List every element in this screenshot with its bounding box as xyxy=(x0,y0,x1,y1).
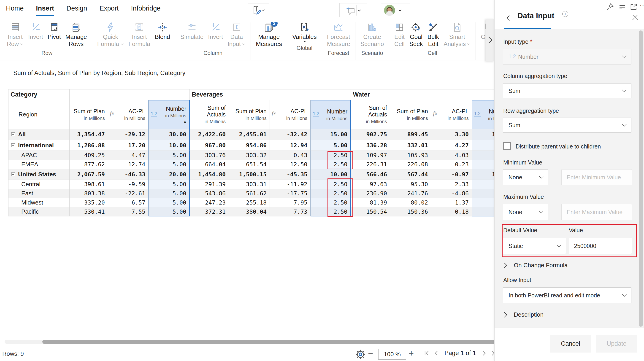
table-cell[interactable]: 2.50 xyxy=(310,198,351,207)
table-cell[interactable]: 877.62 xyxy=(70,160,108,169)
ribbon-edit-cell-button[interactable]: EditCell xyxy=(392,22,407,47)
close-icon[interactable] xyxy=(632,14,639,22)
table-cell[interactable]: 2,067.59 xyxy=(70,169,108,180)
table-cell[interactable]: 150.36 xyxy=(390,207,431,216)
table-cell[interactable]: 372.31 xyxy=(190,207,229,216)
table-cell[interactable]: 226.31 xyxy=(351,160,390,169)
table-cell[interactable]: 12.94 xyxy=(270,140,310,151)
table-cell[interactable]: 1,500.15 xyxy=(229,169,270,180)
table-cell[interactable]: 566.46 xyxy=(351,169,390,180)
table-cell[interactable]: 2.50 xyxy=(310,160,351,169)
row-header-all[interactable]: All xyxy=(8,129,70,140)
table-cell[interactable]: 5.00 xyxy=(148,198,190,207)
row-header-apac[interactable]: APAC xyxy=(8,151,70,160)
ribbon-goal-seek-button[interactable]: GoalSeek xyxy=(407,22,425,47)
table-cell[interactable]: 2,455.01 xyxy=(229,129,270,140)
table-cell[interactable]: -32.42 xyxy=(270,129,310,140)
table-cell[interactable]: 303.32 xyxy=(229,151,270,160)
ribbon-data-input-button[interactable]: DataInput xyxy=(225,22,248,47)
table-cell[interactable]: 17.20 xyxy=(108,140,148,151)
table-cell[interactable]: 5.00 xyxy=(148,180,190,189)
table-cell[interactable]: -6.57 xyxy=(108,198,148,207)
maximum-mode-select[interactable]: None xyxy=(503,204,548,220)
back-icon[interactable] xyxy=(505,14,512,23)
table-cell[interactable]: 109.97 xyxy=(351,151,390,160)
tab-infobridge[interactable]: Infobridge xyxy=(131,4,160,16)
table-cell[interactable]: 651.54 xyxy=(229,160,270,169)
first-page-button[interactable] xyxy=(424,350,430,356)
table-cell[interactable]: 4.47 xyxy=(108,151,148,160)
table-cell[interactable]: 15.00 xyxy=(472,129,494,140)
minimum-value-input[interactable] xyxy=(562,169,632,185)
table-cell[interactable]: -9.59 xyxy=(108,180,148,189)
table-cell[interactable]: 2.50 xyxy=(472,189,494,198)
table-cell[interactable]: 150.54 xyxy=(351,207,390,216)
table-cell[interactable]: 105.93 xyxy=(390,151,431,160)
group-header-blank[interactable] xyxy=(70,89,190,100)
ribbon-bulk-edit-button[interactable]: BulkEdit xyxy=(425,22,442,47)
table-cell[interactable]: 2.50 xyxy=(310,151,351,160)
table-cell[interactable]: 30.00 xyxy=(148,129,190,140)
column-header-ac-pl[interactable]: fxAC-PLin Millions xyxy=(108,100,148,129)
column-header-number[interactable]: 1.2Numberin Millions xyxy=(472,100,494,129)
table-cell[interactable]: 81.39 xyxy=(351,198,390,207)
table-cell[interactable]: 336.28 xyxy=(351,140,390,151)
ribbon-insert-row-button[interactable]: InsertRow xyxy=(4,22,26,47)
default-mode-select[interactable]: Static xyxy=(503,238,566,254)
table-cell[interactable]: -11.92 xyxy=(270,180,310,189)
tab-home[interactable]: Home xyxy=(6,4,24,16)
settings-gear-icon[interactable] xyxy=(355,349,366,360)
region-header-cell[interactable]: Region xyxy=(8,100,70,129)
row-header-east[interactable]: East xyxy=(8,189,70,198)
table-cell[interactable]: 10.00 xyxy=(148,140,190,151)
allow-input-select[interactable]: In both PowerBI read and edit mode xyxy=(503,287,632,303)
tab-design[interactable]: Design xyxy=(66,4,87,16)
table-cell[interactable]: 1,454.80 xyxy=(190,169,229,180)
table-cell[interactable]: 291.39 xyxy=(190,180,229,189)
ribbon-group-button[interactable]: Group xyxy=(478,22,486,42)
table-cell[interactable]: 97.63 xyxy=(351,180,390,189)
row-aggregation-select[interactable]: Sum xyxy=(503,118,632,133)
table-cell[interactable]: 899.45 xyxy=(390,129,431,140)
ribbon-smart-analysis-button[interactable]: SmartAnalysis xyxy=(441,22,473,47)
zoom-level[interactable]: 100 % xyxy=(378,349,406,360)
table-cell[interactable]: 1.37 xyxy=(431,198,472,207)
table-cell[interactable]: 12.50 xyxy=(270,160,310,169)
last-page-button[interactable] xyxy=(491,350,494,356)
table-cell[interactable]: 380.04 xyxy=(229,207,270,216)
ribbon-blend-button[interactable]: Blend xyxy=(153,22,172,40)
next-page-button[interactable] xyxy=(481,350,487,356)
panel-scrollbar[interactable] xyxy=(639,30,643,327)
table-cell[interactable]: -7.95 xyxy=(270,198,310,207)
collapse-icon[interactable] xyxy=(11,132,15,136)
ribbon-simulate-button[interactable]: Simulate xyxy=(178,22,206,40)
table-cell[interactable]: 2.50 xyxy=(472,198,494,207)
table-cell[interactable]: 5.00 xyxy=(148,151,190,160)
visual-edit-button[interactable] xyxy=(248,3,269,17)
table-cell[interactable]: 0.23 xyxy=(431,160,472,169)
tab-export[interactable]: Export xyxy=(100,4,119,16)
column-header-sum-of-plan[interactable]: Sum of Planin Millions xyxy=(70,100,108,129)
column-header-sum-of-actuals[interactable]: Sum of Actualsin Millions xyxy=(190,100,229,129)
table-cell[interactable]: 247.23 xyxy=(190,198,229,207)
tab-insert[interactable]: Insert xyxy=(36,4,54,16)
table-cell[interactable]: 567.44 xyxy=(390,169,431,180)
column-header-ac-pl[interactable]: fxAC-PLin Millions xyxy=(431,100,472,129)
table-cell[interactable]: -46.33 xyxy=(108,169,148,180)
collapse-icon[interactable] xyxy=(11,172,15,176)
table-cell[interactable]: 967.80 xyxy=(190,140,229,151)
table-cell[interactable]: 303.76 xyxy=(190,151,229,160)
table-cell[interactable]: 803.38 xyxy=(70,189,108,198)
table-cell[interactable]: 0.18 xyxy=(431,207,472,216)
corner-category-cell[interactable]: Category xyxy=(8,89,70,100)
ribbon-quick-formula-button[interactable]: QuickFormula xyxy=(95,22,126,47)
table-cell[interactable]: 10.00 xyxy=(310,169,351,180)
table-cell[interactable]: 398.61 xyxy=(70,180,108,189)
column-header-sum-of-plan[interactable]: Sum of Planin Millions xyxy=(390,100,431,129)
table-cell[interactable]: 0.43 xyxy=(270,151,310,160)
table-cell[interactable]: 5.00 xyxy=(148,207,190,216)
table-cell[interactable]: 664.04 xyxy=(190,160,229,169)
column-aggregation-select[interactable]: Sum xyxy=(503,83,632,98)
more-options-icon[interactable]: ⋯ xyxy=(640,1,644,9)
table-cell[interactable]: -45.35 xyxy=(270,169,310,180)
